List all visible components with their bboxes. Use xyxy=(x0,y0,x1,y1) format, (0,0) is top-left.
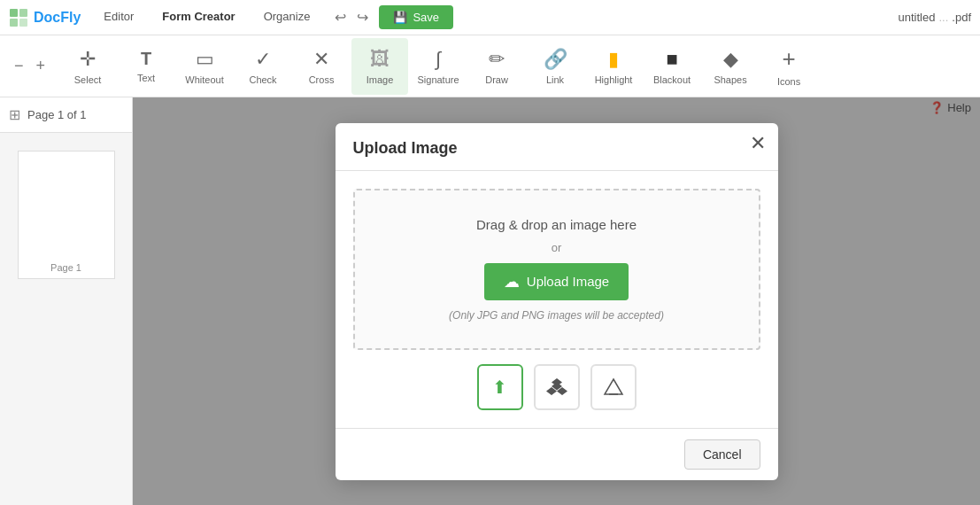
highlight-label: Highlight xyxy=(595,74,633,85)
tool-link[interactable]: 🔗 Link xyxy=(527,38,583,95)
toolbar: − + ✛ Select T Text ▭ Whiteout ✓ Check ✕… xyxy=(0,35,980,97)
shapes-icon: ◆ xyxy=(723,48,738,71)
grid-icon: ⊞ xyxy=(9,106,20,123)
page-indicator: Page 1 of 1 xyxy=(27,108,87,121)
save-icon: 💾 xyxy=(393,11,407,24)
select-label: Select xyxy=(74,74,102,85)
top-navigation: DocFly Editor Form Creator Organize ↩ ↪ … xyxy=(0,0,980,35)
image-label: Image xyxy=(367,74,394,85)
icons-icon: + xyxy=(782,45,795,73)
blackout-icon: ■ xyxy=(666,48,677,71)
save-button[interactable]: 💾 Save xyxy=(379,5,453,29)
page-thumbnail: Page 1 xyxy=(18,151,115,279)
modal-header: Upload Image ✕ xyxy=(336,123,778,171)
drop-zone[interactable]: Drag & drop an image here or ☁ Upload Im… xyxy=(353,189,760,350)
accept-text: (Only JPG and PNG images will be accepte… xyxy=(449,309,664,322)
or-text: or xyxy=(552,241,562,254)
tool-draw[interactable]: ✏ Draw xyxy=(468,38,525,95)
undo-redo-group: ↩ ↪ xyxy=(331,5,372,29)
tool-text[interactable]: T Text xyxy=(118,38,174,95)
link-icon: 🔗 xyxy=(544,48,567,71)
zoom-in-button[interactable]: + xyxy=(31,51,51,81)
nav-tab-organize[interactable]: Organize xyxy=(250,0,325,35)
svg-rect-0 xyxy=(10,9,18,17)
dropbox-source-button[interactable] xyxy=(534,364,580,410)
check-label: Check xyxy=(249,74,276,85)
cancel-button[interactable]: Cancel xyxy=(684,439,760,470)
zoom-group: − + xyxy=(9,51,50,81)
modal-close-button[interactable]: ✕ xyxy=(750,132,766,155)
main-area: ⊞ Page 1 of 1 Page 1 ❓ Help Upload Image… xyxy=(0,97,980,505)
image-icon: 🖼 xyxy=(370,48,390,71)
source-icons-group: ⬆ xyxy=(353,364,760,410)
upload-image-modal: Upload Image ✕ Drag & drop an image here… xyxy=(336,123,778,480)
text-icon: T xyxy=(141,49,151,69)
tool-check[interactable]: ✓ Check xyxy=(235,38,291,95)
signature-icon: ∫ xyxy=(436,48,441,71)
filetype: .pdf xyxy=(952,11,971,24)
upload-button-label: Upload Image xyxy=(527,274,609,289)
local-upload-source-button[interactable]: ⬆ xyxy=(477,364,523,410)
local-upload-icon: ⬆ xyxy=(492,377,507,398)
dropbox-icon xyxy=(546,377,567,398)
google-drive-source-button[interactable] xyxy=(590,364,637,410)
text-label: Text xyxy=(137,73,155,83)
filename-separator: ... xyxy=(938,11,948,24)
modal-footer: Cancel xyxy=(336,428,778,480)
check-icon: ✓ xyxy=(255,48,271,71)
filename: untitled xyxy=(899,11,936,24)
tool-blackout[interactable]: ■ Blackout xyxy=(644,38,700,95)
whiteout-icon: ▭ xyxy=(196,48,214,71)
redo-button[interactable]: ↪ xyxy=(353,5,372,29)
zoom-out-button[interactable]: − xyxy=(9,51,29,81)
tool-whiteout[interactable]: ▭ Whiteout xyxy=(176,38,233,95)
svg-rect-1 xyxy=(19,9,27,17)
blackout-label: Blackout xyxy=(653,74,691,85)
logo-icon xyxy=(9,8,28,27)
upload-image-button[interactable]: ☁ Upload Image xyxy=(484,263,629,300)
tool-select[interactable]: ✛ Select xyxy=(59,38,116,95)
cross-icon: ✕ xyxy=(313,48,329,71)
svg-rect-2 xyxy=(10,19,18,27)
icons-label: Icons xyxy=(777,76,800,87)
draw-label: Draw xyxy=(485,74,508,85)
google-drive-icon xyxy=(603,377,624,398)
upload-cloud-icon: ☁ xyxy=(504,272,520,291)
shapes-label: Shapes xyxy=(714,74,746,85)
tool-signature[interactable]: ∫ Signature xyxy=(410,38,467,95)
draw-icon: ✏ xyxy=(489,48,505,71)
tool-image[interactable]: 🖼 Image xyxy=(351,38,408,95)
nav-tab-form-creator[interactable]: Form Creator xyxy=(148,0,249,35)
filename-area: untitled ... .pdf xyxy=(899,11,971,24)
page-label: Page 1 xyxy=(50,262,81,273)
undo-button[interactable]: ↩ xyxy=(331,5,350,29)
modal-title: Upload Image xyxy=(353,139,458,157)
highlight-icon: ▮ xyxy=(608,48,619,71)
link-label: Link xyxy=(546,74,564,85)
logo-text: DocFly xyxy=(34,10,81,26)
select-icon: ✛ xyxy=(80,48,96,71)
content-area: ❓ Help Upload Image ✕ Drag & drop an ima… xyxy=(133,97,980,505)
drop-text: Drag & drop an image here xyxy=(476,217,637,232)
tool-shapes[interactable]: ◆ Shapes xyxy=(702,38,759,95)
modal-overlay: Upload Image ✕ Drag & drop an image here… xyxy=(133,97,980,505)
signature-label: Signature xyxy=(417,74,459,85)
app-logo: DocFly xyxy=(9,8,81,27)
cross-label: Cross xyxy=(309,74,335,85)
modal-body: Drag & drop an image here or ☁ Upload Im… xyxy=(336,171,778,428)
whiteout-label: Whiteout xyxy=(185,74,223,85)
tool-icons[interactable]: + Icons xyxy=(760,38,817,95)
tool-highlight[interactable]: ▮ Highlight xyxy=(585,38,642,95)
svg-marker-4 xyxy=(605,379,622,394)
nav-tab-editor[interactable]: Editor xyxy=(89,0,148,35)
svg-rect-3 xyxy=(19,19,27,27)
tool-cross[interactable]: ✕ Cross xyxy=(293,38,350,95)
